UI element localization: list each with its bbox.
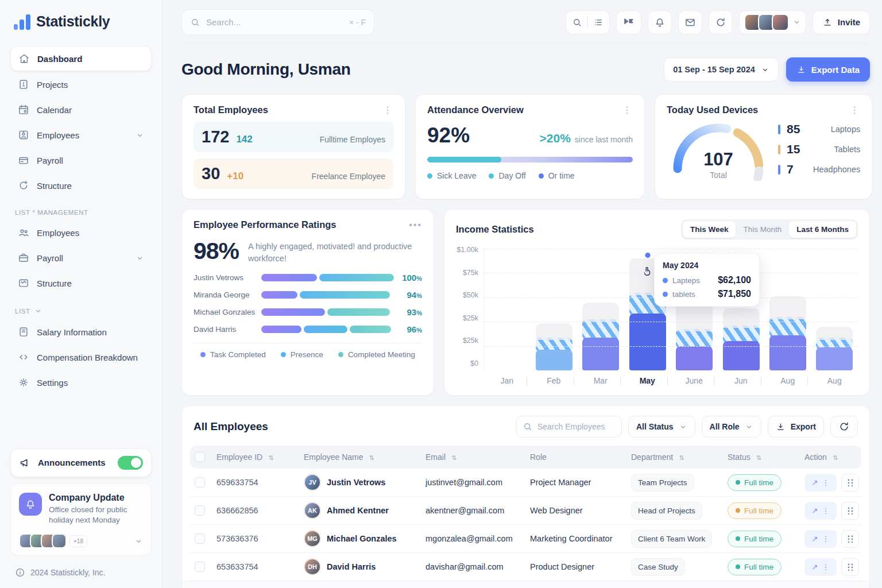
kebab-menu-icon[interactable]: ⋮ [622, 105, 633, 115]
bell-badge-icon [19, 493, 42, 516]
export-data-button[interactable]: Export Data [786, 57, 870, 82]
tooltip-row: Lapteps$62,100 [663, 275, 751, 285]
sort-icon[interactable]: ⇅ [268, 454, 273, 461]
column-header-action[interactable]: Action⇅ [804, 452, 857, 462]
column-header-status[interactable]: Status⇅ [728, 452, 804, 462]
department-chip[interactable]: Team Projects [631, 474, 694, 492]
sort-icon[interactable]: ⇅ [369, 454, 374, 461]
sidebar-list-item-salary-information[interactable]: Salary Information [10, 320, 152, 344]
sidebar-item-payroll[interactable]: Payroll [10, 148, 152, 172]
sidebar-mgmt-item-payroll[interactable]: Payroll [10, 246, 152, 270]
sidebar-list-item-settings[interactable]: Settings [10, 370, 152, 394]
search-icon [190, 17, 200, 28]
sidebar-mgmt-item-employees[interactable]: Employees [10, 220, 152, 245]
cell-department: Case Study [631, 558, 728, 576]
row-action-button[interactable]: ↗⋮ [804, 474, 837, 492]
rating-segment [304, 326, 348, 333]
search-list-button[interactable] [566, 10, 610, 34]
sidebar-list-item-compensation-breakdown[interactable]: Compensation Breakdown [10, 345, 152, 369]
nav-label: Projects [37, 80, 68, 90]
list-icon [593, 17, 604, 28]
chevron-down-icon[interactable] [34, 307, 42, 315]
column-header-employee-id[interactable]: Employee ID⇅ [216, 452, 304, 462]
kebab-icon: ⋮ [822, 506, 829, 515]
row-menu-button[interactable] [841, 502, 859, 520]
stat-delta: 142 [236, 134, 252, 145]
user-avatar-menu[interactable] [739, 10, 806, 34]
column-header-email[interactable]: Email⇅ [425, 452, 530, 462]
performance-row: David Harris96% [194, 324, 422, 334]
sidebar-list-nav: Salary InformationCompensation Breakdown… [10, 320, 152, 394]
employee-card-icon [18, 129, 29, 141]
column-header-department[interactable]: Department⇅ [631, 452, 728, 462]
gridline [484, 346, 858, 347]
row-checkbox[interactable] [195, 505, 205, 516]
briefcase-icon [18, 252, 29, 264]
department-chip[interactable]: Case Study [631, 558, 685, 576]
arrow-up-right-icon: ↗ [812, 535, 818, 543]
tab-last-6-months[interactable]: Last 6 Months [789, 221, 856, 238]
cell-status: Full time [728, 559, 804, 575]
status-filter[interactable]: All Status [628, 416, 695, 438]
sort-icon[interactable]: ⇅ [756, 454, 761, 461]
ellipsis-menu-icon[interactable]: ••• [409, 220, 422, 230]
y-tick-label: $25k [463, 336, 478, 345]
date-range-picker[interactable]: 01 Sep - 15 Sep 2024 [664, 57, 779, 82]
tab-this-week[interactable]: This Week [683, 221, 736, 238]
sidebar-item-calendar[interactable]: Calendar [10, 98, 152, 122]
row-action-button[interactable]: ↗⋮ [804, 530, 837, 548]
sidebar-footer: 2024 Statistickly, Inc. [15, 567, 152, 578]
status-text: Full time [744, 478, 773, 487]
sort-icon[interactable]: ⇅ [833, 454, 838, 461]
kebab-menu-icon[interactable]: ⋮ [850, 105, 860, 115]
employee-search[interactable] [516, 416, 622, 438]
sidebar-mgmt-item-structure[interactable]: Structure [10, 271, 152, 295]
department-chip[interactable]: Head of Projects [631, 502, 702, 520]
row-checkbox[interactable] [195, 533, 205, 544]
rating-segment [261, 291, 297, 299]
tab-this-month[interactable]: This Month [736, 221, 789, 238]
legend-label: Presence [291, 350, 323, 359]
announcements-toggle[interactable] [118, 456, 143, 470]
row-menu-button[interactable] [841, 474, 859, 492]
notifications-button[interactable] [648, 10, 672, 34]
invite-button[interactable]: Invite [813, 10, 870, 34]
sidebar-item-projects[interactable]: Projects [10, 72, 152, 96]
row-menu-button[interactable] [841, 558, 859, 576]
sidebar-item-employees[interactable]: Employees [10, 123, 152, 147]
avatar [772, 14, 789, 31]
row-checkbox[interactable] [195, 562, 205, 572]
sidebar-item-dashboard[interactable]: Dashboard [10, 46, 152, 71]
messages-button[interactable] [678, 10, 702, 34]
global-search[interactable]: × - F [181, 9, 374, 35]
sidebar-item-structure[interactable]: Structure [10, 173, 152, 198]
sort-icon[interactable]: ⇅ [451, 454, 457, 461]
sort-icon[interactable]: ⇅ [679, 454, 684, 461]
stat-value: 172 [202, 127, 229, 146]
department-chip[interactable]: Client 6 Team Work [631, 530, 712, 548]
company-update-message: Office closed for public holiday next Mo… [49, 505, 143, 525]
refresh-button[interactable] [709, 10, 733, 34]
row-action-button[interactable]: ↗⋮ [804, 558, 837, 576]
search-input[interactable] [206, 17, 343, 27]
company-update-card[interactable]: Company Update Office closed for public … [10, 483, 152, 556]
row-menu-button[interactable] [841, 530, 859, 548]
role-filter[interactable]: All Role [702, 416, 761, 438]
chevron-down-icon[interactable] [134, 537, 143, 546]
legend-dot [539, 173, 544, 179]
table-export-button[interactable]: Export [768, 416, 824, 438]
table-refresh-button[interactable] [830, 416, 858, 438]
cell-employee-name: DHDavid Harris [304, 558, 425, 575]
income-bar-feb [536, 323, 572, 370]
employee-search-input[interactable] [537, 422, 615, 431]
row-action-button[interactable]: ↗⋮ [804, 502, 837, 520]
kebab-menu-icon[interactable]: ⋮ [383, 105, 393, 115]
row-checkbox[interactable] [195, 477, 205, 488]
rating-bar [261, 274, 394, 281]
header-checkbox[interactable] [195, 452, 205, 462]
download-icon [776, 422, 786, 432]
column-header-employee-name[interactable]: Employee Name⇅ [304, 452, 425, 462]
flag-button[interactable] [616, 10, 641, 34]
table-footer: Select All Export ‹ 1 › [182, 581, 869, 588]
x-tick-label: June [676, 376, 713, 385]
